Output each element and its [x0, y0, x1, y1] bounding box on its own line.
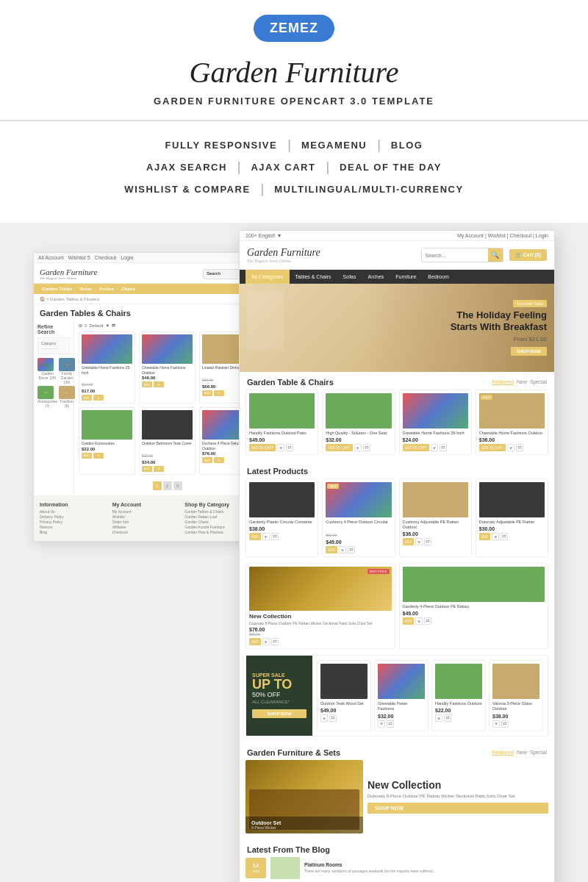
right-screen: 100+ English ▼ My Account | Wishlist | C… [239, 230, 555, 882]
right-nav-home[interactable]: All Categories [245, 270, 290, 284]
right-new-coll-compare[interactable]: ⇄ [271, 638, 279, 645]
left-page-1[interactable]: 1 [153, 481, 162, 490]
right-deal-compare-3[interactable]: ⇄ [444, 714, 451, 722]
right-latest-compare-4[interactable]: ⇄ [501, 533, 508, 540]
right-nav: All Categories Tables & Chairs Sofas Arc… [240, 270, 554, 284]
right-nc-cta[interactable]: SHOP NOW [368, 803, 548, 814]
right-tables-section-header: Garden Table & Chairs Featured New Speci… [240, 372, 554, 390]
right-new-coll-wish[interactable]: ♥ [262, 638, 270, 645]
right-deal-wish-3[interactable]: ♥ [435, 714, 442, 722]
right-table-compare-1[interactable]: ⇄ [286, 444, 293, 451]
left-prod-cart-1[interactable]: ADD [82, 395, 92, 401]
right-table-compare-2[interactable]: ⇄ [363, 444, 370, 451]
right-hero-cta[interactable]: SHOP NOW [511, 347, 547, 356]
left-page-2[interactable]: 2 [163, 481, 172, 490]
right-latest-wish-6[interactable]: ♥ [415, 617, 423, 625]
zemez-logo[interactable]: ZEMEZ [254, 15, 334, 42]
right-search-button[interactable]: 🔍 [488, 248, 503, 262]
left-nav-item-2[interactable]: Sofas [77, 286, 93, 292]
right-table-cart-2[interactable]: ADD TO CART [326, 444, 352, 451]
left-prod-wish-4[interactable]: ♥ [93, 453, 104, 459]
left-toolbar-compare[interactable]: ⇄ [112, 323, 115, 328]
left-page-3[interactable]: 3 [173, 481, 182, 490]
left-footer-link-1-1[interactable]: About Us [40, 509, 110, 514]
right-table-wish-3[interactable]: ♥ [431, 444, 438, 451]
right-deal-wish-4[interactable]: ♥ [492, 720, 500, 728]
right-table-wish-2[interactable]: ♥ [354, 444, 362, 451]
left-footer-link-2-3[interactable]: Order Info [112, 520, 182, 524]
right-latest-cart-1[interactable]: ADD [249, 533, 261, 540]
left-footer-link-2-4[interactable]: Affiliates [112, 525, 182, 529]
right-latest-cart-6[interactable]: ADD [403, 617, 415, 625]
right-nav-tables[interactable]: Tables & Chairs [290, 270, 337, 284]
left-footer-link-1-3[interactable]: Privacy Policy [40, 520, 110, 524]
right-cart-button[interactable]: 🛒 Cart (0) [509, 249, 547, 261]
right-deal-wish-1[interactable]: ♥ [320, 714, 328, 722]
left-prod-cart-6[interactable]: ADD [202, 457, 212, 463]
left-footer-link-2-2[interactable]: Wishlist [112, 514, 182, 519]
right-latest-compare-3[interactable]: ⇄ [424, 538, 431, 545]
left-cat-4[interactable]: 🏡 Fashion (9) [59, 386, 75, 408]
left-cat-3[interactable]: 🌱 Accessories (7) [37, 386, 57, 408]
left-cat-1[interactable]: 🌿 Garden Decor (24) [37, 358, 57, 384]
left-footer-link-1-2[interactable]: Delivery Policy [40, 514, 110, 519]
left-prod-wish-3[interactable]: ♥ [214, 390, 224, 396]
left-prod-wish-5[interactable]: ♥ [154, 466, 164, 472]
right-blog-month-1: jun [252, 869, 259, 873]
right-latest-compare-1[interactable]: ⇄ [271, 533, 279, 540]
right-table-wish-1[interactable]: ♥ [277, 444, 284, 451]
right-latest-cart-3[interactable]: ADD [403, 538, 415, 545]
left-cat-2[interactable]: 🪑 Family Garden (34) [59, 358, 75, 384]
right-latest-wish-3[interactable]: ♥ [415, 538, 423, 545]
right-table-img-3 [403, 393, 468, 429]
left-nav-item-3[interactable]: Arches [97, 286, 116, 292]
right-nav-bedroom[interactable]: Bedroom [422, 270, 454, 284]
left-prod-cart-3[interactable]: ADD [202, 390, 212, 396]
left-prod-wish-6[interactable]: ♥ [214, 457, 224, 463]
right-furniture-tab-special[interactable]: Special [530, 750, 547, 756]
right-latest-compare-6[interactable]: ⇄ [424, 617, 431, 625]
left-product-5: Outdoor Bathroom Teak Cover $20.00 $34.0… [139, 407, 196, 475]
right-deal-btn[interactable]: SHOP NOW [252, 709, 306, 718]
right-furniture-tab-featured[interactable]: Featured [492, 750, 514, 756]
right-deal-compare-2[interactable]: ⇄ [387, 720, 394, 728]
left-prod-cart-4[interactable]: ADD [82, 453, 92, 459]
right-new-coll-cart[interactable]: ADD [249, 638, 261, 645]
left-footer-link-1-5[interactable]: Blog [40, 530, 110, 534]
right-nav-furniture[interactable]: Furniture [390, 270, 422, 284]
right-latest-cart-2[interactable]: ADD [326, 546, 337, 553]
left-prod-cart-2[interactable]: ADD [142, 381, 152, 387]
right-table-wish-4[interactable]: ♥ [507, 444, 514, 451]
right-tables-tab-featured[interactable]: Featured [492, 379, 514, 385]
left-nav-item-4[interactable]: Chairs [119, 286, 137, 292]
left-prod-cart-5[interactable]: ADD [142, 466, 152, 472]
left-footer-link-2-5[interactable]: Checkout [112, 530, 182, 534]
right-nc-desc: Dutonaty 8-Piece Outdoor PE Rattan Wicke… [368, 793, 548, 799]
right-deal-compare-1[interactable]: ⇄ [329, 714, 337, 722]
right-tables-tab-special[interactable]: Special [530, 379, 547, 385]
right-search-input[interactable] [422, 248, 488, 262]
right-table-cart-1[interactable]: ADD TO CART [249, 444, 276, 451]
left-prod-wish-2[interactable]: ♥ [154, 381, 164, 387]
left-toolbar-list-icon[interactable]: ≡ [85, 323, 87, 328]
right-table-compare-3[interactable]: ⇄ [440, 444, 447, 451]
right-table-cart-4[interactable]: ADD TO CART [479, 444, 506, 451]
left-toolbar-grid-icon[interactable]: ⊞ [79, 323, 82, 328]
right-nav-arches[interactable]: Arches [362, 270, 390, 284]
right-table-cart-3[interactable]: ADD TO CART [403, 444, 429, 451]
right-latest-wish-1[interactable]: ♥ [262, 533, 270, 540]
right-latest-compare-2[interactable]: ⇄ [348, 546, 355, 553]
left-footer-link-2-1[interactable]: My Account [112, 509, 182, 514]
right-table-compare-4[interactable]: ⇄ [516, 444, 523, 451]
right-nav-sofas[interactable]: Sofas [337, 270, 362, 284]
right-deal-wish-2[interactable]: ♥ [378, 720, 385, 728]
right-furniture-tab-new[interactable]: New [517, 750, 527, 756]
left-prod-wish-1[interactable]: ♥ [93, 395, 104, 401]
left-footer-link-1-4[interactable]: Returns [40, 525, 110, 529]
right-deal-compare-4[interactable]: ⇄ [501, 720, 509, 728]
right-latest-cart-4[interactable]: ADD [479, 533, 491, 540]
right-latest-wish-4[interactable]: ♥ [492, 533, 499, 540]
right-latest-wish-2[interactable]: ♥ [339, 546, 346, 553]
right-tables-tab-new[interactable]: New [517, 379, 527, 385]
left-nav-item-1[interactable]: Garden Tables [40, 286, 74, 292]
